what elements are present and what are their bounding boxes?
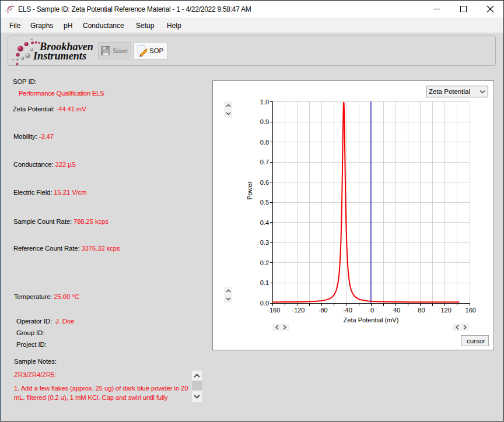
svg-text:80: 80 — [418, 307, 425, 314]
svg-text:0.6: 0.6 — [260, 179, 269, 186]
svg-text:0.2: 0.2 — [260, 259, 269, 266]
svg-text:Power: Power — [246, 181, 253, 200]
svg-text:Instruments: Instruments — [33, 50, 86, 62]
svg-text:0.1: 0.1 — [260, 279, 269, 286]
svg-text:0: 0 — [370, 307, 374, 314]
svg-text:160: 160 — [466, 307, 476, 314]
svg-text:0.9: 0.9 — [260, 118, 269, 125]
svg-text:0.0: 0.0 — [260, 300, 269, 307]
svg-text:1.0: 1.0 — [260, 99, 269, 106]
svg-text:0.4: 0.4 — [260, 219, 269, 226]
svg-text:40: 40 — [393, 307, 400, 314]
svg-text:-40: -40 — [343, 307, 352, 314]
svg-text:Zeta Potential (mV): Zeta Potential (mV) — [344, 316, 399, 323]
svg-text:0.8: 0.8 — [260, 139, 269, 146]
svg-text:-160: -160 — [267, 307, 280, 314]
svg-text:0.5: 0.5 — [260, 199, 269, 206]
svg-text:-80: -80 — [318, 307, 328, 314]
svg-text:0.3: 0.3 — [260, 239, 269, 246]
svg-text:120: 120 — [440, 307, 451, 314]
svg-text:0.7: 0.7 — [260, 159, 269, 166]
svg-text:-120: -120 — [292, 307, 304, 314]
